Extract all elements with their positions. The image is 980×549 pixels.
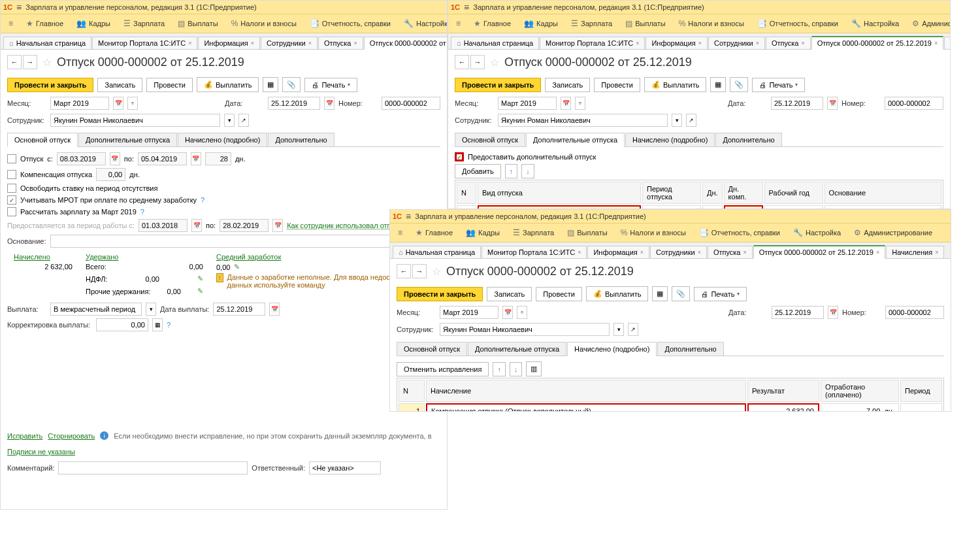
table-row[interactable]: 1 Компенсация отпуска (Отпуск дополнител… xyxy=(399,403,942,412)
help-icon[interactable]: ? xyxy=(140,208,144,216)
nav-settings[interactable]: 🔧Настройка xyxy=(399,18,448,29)
tab-monitor[interactable]: Монитор Портала 1С:ИТС× xyxy=(482,246,587,258)
stepper-icon[interactable]: ÷ xyxy=(517,306,527,319)
nav-nalogi[interactable]: %Налоги и взносы xyxy=(226,18,302,29)
star-icon[interactable]: ☆ xyxy=(42,56,52,69)
provesti-zakryt-button[interactable]: Провести и закрыть xyxy=(7,78,93,92)
tab-start[interactable]: ⌂Начальная страница xyxy=(451,37,539,49)
up-button[interactable]: ↑ xyxy=(493,362,506,376)
dropdown-icon[interactable]: ▾ xyxy=(672,114,682,127)
close-icon[interactable]: × xyxy=(354,40,357,46)
nav-settings[interactable]: 🔧Настройка xyxy=(788,227,846,239)
date-input[interactable] xyxy=(771,97,823,110)
nav-nalogi[interactable]: %Налоги и взносы xyxy=(615,227,691,239)
nav-vyplaty[interactable]: ▤Выплаты xyxy=(172,18,223,29)
provesti-button[interactable]: Провести xyxy=(594,78,640,92)
nav-vyplaty[interactable]: ▤Выплаты xyxy=(562,227,612,239)
print-button[interactable]: 🖨Печать▾ xyxy=(694,287,747,301)
tab-start[interactable]: ⌂Начальная страница xyxy=(393,246,481,258)
calc-icon[interactable]: ▦ xyxy=(152,318,163,331)
tab-info[interactable]: Информация× xyxy=(198,37,260,49)
grid-button[interactable]: ▦ xyxy=(652,286,668,301)
doctab-addl[interactable]: Дополнительные отпуска xyxy=(78,133,177,146)
nav-otchet[interactable]: 📑Отчетность, справки xyxy=(752,18,843,29)
tab-doc[interactable]: Отпуск 0000-000002 от 25.12.2019× xyxy=(811,36,943,50)
nav-admin[interactable]: ⚙Администрирование xyxy=(849,227,938,239)
back-button[interactable]: ← xyxy=(7,55,22,69)
nav-kadry[interactable]: 👥Кадры xyxy=(71,18,116,29)
provesti-zakryt-button[interactable]: Провести и закрыть xyxy=(397,287,483,301)
back-button[interactable]: ← xyxy=(455,55,469,69)
nav-vyplaty[interactable]: ▤Выплаты xyxy=(620,18,670,29)
resp-input[interactable] xyxy=(309,461,381,474)
nav-menu[interactable]: ≡ xyxy=(393,227,408,239)
tab-info[interactable]: Информация× xyxy=(587,246,649,258)
date-input[interactable] xyxy=(268,97,320,110)
nav-home[interactable]: ★Главное xyxy=(410,227,458,239)
stepper-icon[interactable]: ÷ xyxy=(575,97,585,110)
edit-icon[interactable]: ✎ xyxy=(197,274,203,283)
doctab-main[interactable]: Основной отпуск xyxy=(397,342,467,356)
hamburger-icon[interactable]: ≡ xyxy=(406,211,411,222)
from-input[interactable] xyxy=(57,152,106,165)
zapisat-button[interactable]: Записать xyxy=(97,78,142,92)
tab-info[interactable]: Информация× xyxy=(645,37,708,49)
tab-otpuska[interactable]: Отпуска× xyxy=(708,246,753,258)
doctab-main[interactable]: Основной отпуск xyxy=(7,133,78,147)
month-input[interactable] xyxy=(50,97,109,110)
nav-kadry[interactable]: 👥Кадры xyxy=(461,227,505,239)
calendar-icon[interactable]: 📅 xyxy=(324,97,335,110)
dropdown-icon[interactable]: ▾ xyxy=(146,303,156,316)
nav-kadry[interactable]: 👥Кадры xyxy=(519,18,563,29)
attach-button[interactable]: 📎 xyxy=(730,77,748,92)
korr-input[interactable] xyxy=(96,318,148,331)
komp-checkbox[interactable] xyxy=(7,170,16,179)
tab-doc[interactable]: Отпуск 0000-000002 от 25.12.2019× xyxy=(364,37,448,50)
nav-home[interactable]: ★Главное xyxy=(21,18,69,29)
nav-zarplata[interactable]: ☰Зарплата xyxy=(566,18,617,29)
open-icon[interactable]: ↗ xyxy=(686,114,696,127)
attach-button[interactable]: 📎 xyxy=(282,77,301,92)
nav-home[interactable]: ★Главное xyxy=(468,18,516,29)
tab-start[interactable]: ⌂Начальная страница xyxy=(3,37,91,49)
down-button[interactable]: ↓ xyxy=(510,362,523,376)
help-icon[interactable]: ? xyxy=(167,321,171,329)
month-input[interactable] xyxy=(440,306,498,319)
vyplatit-button[interactable]: 💰Выплатить xyxy=(644,77,706,92)
calendar-icon[interactable]: 📅 xyxy=(191,152,201,165)
close-icon[interactable]: × xyxy=(251,40,254,46)
doctab-main[interactable]: Основной отпуск xyxy=(455,133,525,146)
vyplatit-button[interactable]: 💰Выплатить xyxy=(197,77,259,92)
nav-menu[interactable]: ≡ xyxy=(451,18,466,29)
hamburger-icon[interactable]: ≡ xyxy=(16,2,22,12)
fwd-button[interactable]: → xyxy=(23,55,37,69)
dropdown-icon[interactable]: ▾ xyxy=(613,323,624,336)
number-input[interactable] xyxy=(382,97,440,110)
result-cell[interactable]: 2 632,00 xyxy=(747,403,819,412)
month-input[interactable] xyxy=(498,97,557,110)
tab-monitor[interactable]: Монитор Портала 1С:ИТС× xyxy=(92,37,197,49)
calendar-icon[interactable]: 📅 xyxy=(828,306,838,319)
cancel-fix-button[interactable]: Отменить исправления xyxy=(397,362,489,376)
osnovanie-input[interactable] xyxy=(50,235,440,248)
grid-button[interactable]: ▦ xyxy=(710,77,726,92)
star-icon[interactable]: ☆ xyxy=(490,56,499,69)
employee-input[interactable] xyxy=(50,114,220,127)
comment-input[interactable] xyxy=(58,461,248,474)
tab-monitor[interactable]: Монитор Портала 1С:ИТС× xyxy=(540,37,645,49)
nav-admin[interactable]: ⚙Администри xyxy=(907,18,951,29)
calendar-icon[interactable]: 📅 xyxy=(827,97,838,110)
how-used-link[interactable]: Как сотрудник использовал отпуск? xyxy=(287,222,405,229)
grid-button[interactable]: ▦ xyxy=(263,77,278,92)
period-from-input[interactable] xyxy=(139,219,188,232)
add-button[interactable]: Добавить xyxy=(455,164,501,178)
provesti-button[interactable]: Провести xyxy=(536,287,582,301)
nav-settings[interactable]: 🔧Настройка xyxy=(846,18,904,29)
zapisat-button[interactable]: Записать xyxy=(545,78,590,92)
calendar-icon[interactable]: 📅 xyxy=(272,219,283,232)
calendar-icon[interactable]: 📅 xyxy=(191,219,202,232)
free-rate-checkbox[interactable] xyxy=(7,184,16,193)
cols-button[interactable]: ▥ xyxy=(526,361,542,376)
down-button[interactable]: ↓ xyxy=(521,164,534,178)
open-icon[interactable]: ↗ xyxy=(628,323,638,336)
